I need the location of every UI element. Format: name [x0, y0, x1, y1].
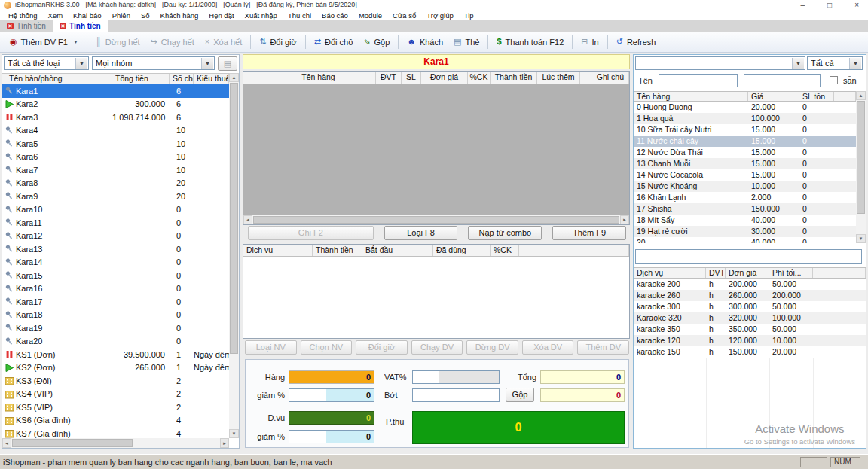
- column-header-dich-vu[interactable]: Dịch vụ: [634, 268, 706, 278]
- close-button[interactable]: ×: [854, 0, 859, 10]
- column-header-ghi-chu[interactable]: Ghi chú: [580, 72, 629, 84]
- service-row-karaoke-320[interactable]: Karaoke 320h320.000100.000: [634, 312, 866, 324]
- menu-item-hen-dat[interactable]: Hẹn đặt: [203, 11, 239, 20]
- room-row-kara6[interactable]: Kara610: [2, 151, 229, 164]
- column-header-luc-them[interactable]: Lúc thêm: [537, 72, 580, 84]
- available-checkbox[interactable]: [830, 76, 838, 84]
- menu-item-so[interactable]: Số: [136, 11, 155, 20]
- chevron-down-icon[interactable]: ▼: [75, 58, 87, 69]
- tab-close-icon[interactable]: ✕: [7, 23, 14, 29]
- category-dropdown[interactable]: Tất cả thể loại ▼: [4, 56, 89, 70]
- rooms-vscrollbar[interactable]: ▲ ▼: [229, 73, 239, 438]
- chevron-down-icon[interactable]: ▼: [201, 58, 213, 69]
- menu-item-khach-hang[interactable]: Khách hàng: [155, 11, 204, 20]
- room-row-kara14[interactable]: Kara140: [2, 256, 229, 270]
- room-row-ks5-vip[interactable]: KS5 (VIP)2: [2, 400, 229, 414]
- room-row-kara9[interactable]: Kara920: [2, 190, 229, 203]
- service-row-karaoke-260[interactable]: karaoke 260h260.000200.000: [634, 290, 866, 301]
- room-row-ks1-don[interactable]: KS1 (Đơn)39.500.0001Ngày đêm: [2, 348, 229, 361]
- room-map-button[interactable]: ▤: [218, 56, 237, 71]
- column-header-so-cho[interactable]: Số chỗ: [170, 74, 194, 84]
- room-row-kara17[interactable]: Kara170: [2, 295, 229, 309]
- column-header-x[interactable]: [519, 245, 629, 256]
- bot-field[interactable]: [412, 388, 500, 402]
- column-header-phi-toi[interactable]: Phí tối...: [769, 268, 813, 278]
- product-row-10-sua-trai-cay-nutri[interactable]: 10 Sữa Trái cây Nutri15.0000: [634, 124, 856, 136]
- toolbar-button-khach[interactable]: ☻Khách: [402, 35, 448, 49]
- product-row-11-nuoc-chai-cay[interactable]: 11 Nước chái cây15.0000: [634, 136, 856, 147]
- column-header-x[interactable]: [813, 268, 866, 278]
- toolbar-button-doi-gio[interactable]: ⇅Đổi giờ: [254, 35, 302, 49]
- product-row-12-nuoc-dua-thai[interactable]: 12 Nước Dừa Thái15.0000: [634, 147, 856, 158]
- toolbar-button-the[interactable]: ▤Thẻ: [448, 35, 484, 49]
- product-row-0-huong-duong[interactable]: 0 Huong Duong20.0000: [634, 102, 856, 113]
- scroll-up-icon[interactable]: ▲: [229, 73, 239, 82]
- scroll-thumb[interactable]: [230, 83, 238, 354]
- column-header-gia[interactable]: Giá: [748, 92, 799, 101]
- product-group-dropdown[interactable]: ▼: [635, 56, 805, 70]
- column-header-kieu-thue[interactable]: Kiểu thuê: [194, 74, 229, 84]
- column-header-thanh-tien[interactable]: Thành tiền: [491, 72, 537, 84]
- toolbar-button-in[interactable]: ⊟In: [576, 35, 604, 49]
- column-header-dvt[interactable]: ĐVT: [376, 72, 402, 84]
- room-row-ks6-gia-dinh[interactable]: KS6 (Gia đình)4: [2, 414, 229, 428]
- save-button[interactable]: Ghi F2: [248, 226, 374, 240]
- menu-item-bao-cao[interactable]: Báo cáo: [316, 11, 353, 20]
- column-header-don-gia[interactable]: Đơn giá: [726, 268, 769, 278]
- room-row-kara1[interactable]: Kara16: [2, 84, 229, 98]
- toolbar-button-dung-het[interactable]: ║Dừng hết: [90, 35, 145, 49]
- chevron-down-icon[interactable]: ▼: [73, 39, 78, 44]
- menu-item-tro-giup[interactable]: Trợ giúp: [421, 11, 458, 20]
- toolbar-button-thanh-toan-f12[interactable]: $Thanh toán F12: [491, 35, 569, 49]
- scroll-down-icon[interactable]: ▼: [856, 234, 866, 243]
- room-row-ks3-doi[interactable]: KS3 (Đôi)2: [2, 374, 229, 388]
- group-dropdown[interactable]: Mọi nhóm ▼: [92, 56, 215, 70]
- room-row-kara19[interactable]: Kara190: [2, 321, 229, 335]
- column-header-ten-hang[interactable]: Tên hàng: [634, 92, 748, 101]
- column-header-x[interactable]: [243, 72, 261, 84]
- column-header-sl-ton[interactable]: SL tồn: [799, 92, 834, 101]
- room-row-ks7-gia-dinh[interactable]: KS7 (Gia đình)4: [2, 427, 229, 438]
- products-vscrollbar[interactable]: ▲ ▼: [856, 91, 866, 243]
- room-row-kara10[interactable]: Kara100: [2, 203, 229, 217]
- room-row-kara5[interactable]: Kara510: [2, 137, 229, 151]
- room-row-kara3[interactable]: Kara31.098.714.0006: [2, 111, 229, 124]
- menu-item-module[interactable]: Module: [353, 11, 387, 20]
- service-row-karaoke-120[interactable]: karaoke 120h120.00010.000: [634, 335, 866, 346]
- menu-item-phien[interactable]: Phiên: [107, 11, 136, 20]
- product-row-15-nuoc-khoang[interactable]: 15 Nước Khoáng10.0000: [634, 181, 856, 192]
- chevron-down-icon[interactable]: ▼: [849, 58, 861, 69]
- column-header-x[interactable]: [834, 92, 856, 101]
- room-row-kara12[interactable]: Kara120: [2, 230, 229, 243]
- scroll-down-icon[interactable]: ▼: [229, 429, 239, 438]
- product-row-20[interactable]: 20 ...40.0000: [634, 237, 856, 243]
- chevron-down-icon[interactable]: ▼: [792, 58, 804, 69]
- chay-dv-button[interactable]: Chạy DV: [411, 340, 463, 355]
- scroll-left-icon[interactable]: ◄: [2, 438, 11, 448]
- toolbar-button-doi-cho[interactable]: ⇄Đổi chỗ: [309, 35, 359, 49]
- room-row-kara18[interactable]: Kara180: [2, 309, 229, 322]
- room-row-kara7[interactable]: Kara710: [2, 163, 229, 177]
- toolbar-button-xoa-het[interactable]: ×Xóa hết: [200, 35, 247, 49]
- menu-item-thu-chi[interactable]: Thu chi: [283, 11, 316, 20]
- column-header-dich-vu[interactable]: Dịch vụ: [243, 245, 313, 256]
- minimize-button[interactable]: –: [801, 0, 805, 10]
- service-row-karaoke-350[interactable]: karaoke 350h350.00050.000: [634, 324, 866, 335]
- column-header-sl[interactable]: SL: [402, 72, 421, 84]
- maximize-button[interactable]: □: [827, 0, 832, 10]
- column-header-da-dung[interactable]: Đã dùng: [433, 245, 491, 256]
- scroll-right-icon[interactable]: ►: [620, 215, 629, 224]
- room-row-kara11[interactable]: Kara110: [2, 216, 229, 230]
- product-row-17-shisha[interactable]: 17 Shisha150.0000: [634, 203, 856, 215]
- scroll-thumb[interactable]: [253, 216, 619, 224]
- scroll-thumb[interactable]: [857, 101, 865, 214]
- service-row-karaoke-300[interactable]: karaoke 300h300.00050.000: [634, 301, 866, 312]
- menu-item-khai-bao[interactable]: Khai báo: [68, 11, 107, 20]
- column-header-ck[interactable]: %CK: [468, 72, 491, 84]
- column-header-tong-tien[interactable]: Tổng tiền: [112, 74, 170, 84]
- room-row-kara20[interactable]: Kara200: [2, 335, 229, 349]
- rooms-hscrollbar[interactable]: ◄ ►: [2, 438, 229, 448]
- product-row-19-hat-re-cuoi[interactable]: 19 Hạt rẻ cười30.0000: [634, 226, 856, 237]
- menu-item-xuat-nhap[interactable]: Xuất nhập: [240, 11, 283, 20]
- product-row-18-mit-say[interactable]: 18 Mít Sấy40.0000: [634, 215, 856, 226]
